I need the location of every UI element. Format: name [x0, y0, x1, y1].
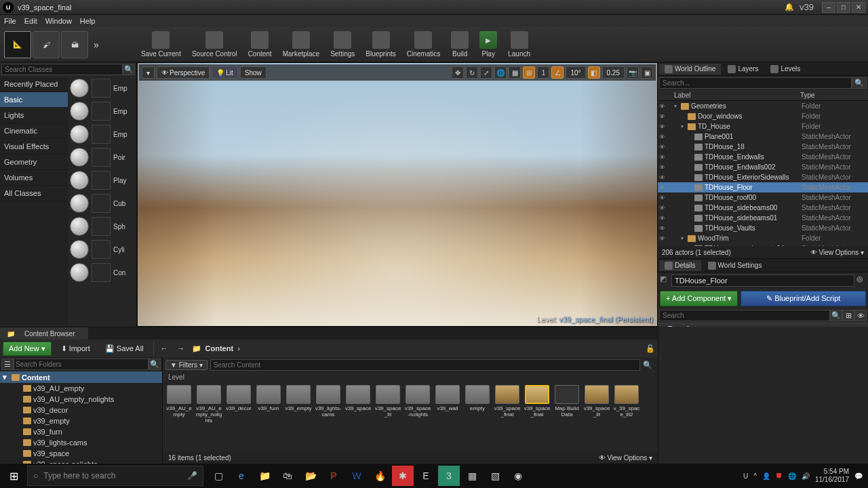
- folder-tree-item[interactable]: v39_empty: [0, 415, 162, 426]
- modes-more-icon[interactable]: »: [90, 39, 103, 50]
- store-icon[interactable]: 🛍: [277, 466, 298, 486]
- outliner-row[interactable]: 👁TDHouse_EndwallsStaticMeshActor: [658, 152, 868, 162]
- filters-button[interactable]: ▼ Filters ▾: [165, 360, 208, 370]
- path-content[interactable]: Content: [205, 344, 234, 352]
- save-all-button[interactable]: 💾 Save All: [100, 342, 149, 355]
- show-button[interactable]: Show: [240, 66, 267, 79]
- modes-search-input[interactable]: [1, 64, 123, 75]
- app-icon[interactable]: ▦: [461, 466, 483, 486]
- edge-icon[interactable]: e: [231, 466, 252, 486]
- cb-view-options[interactable]: 👁 View Options ▾: [599, 454, 652, 462]
- add-component-button[interactable]: + Add Component ▾: [660, 291, 738, 306]
- outliner-row[interactable]: 👁TDHouse_FloorStaticMeshActor: [658, 182, 868, 192]
- word-icon[interactable]: W: [346, 466, 368, 486]
- search-icon[interactable]: 🔍: [149, 359, 161, 370]
- category-all-classes[interactable]: All Classes: [0, 186, 68, 201]
- app-icon[interactable]: 🔥: [369, 466, 391, 486]
- tab-levels[interactable]: Levels: [765, 64, 806, 75]
- outliner-view-options[interactable]: 👁 View Options ▾: [810, 249, 864, 256]
- viewport-menu-button[interactable]: ▾: [142, 66, 155, 79]
- epic-icon[interactable]: E: [415, 466, 437, 486]
- grid-value[interactable]: 1: [537, 66, 549, 79]
- menu-file[interactable]: File: [4, 17, 16, 25]
- tab-world-settings[interactable]: World Settings: [703, 260, 768, 271]
- ue-tray-icon[interactable]: U: [743, 472, 748, 480]
- menu-edit[interactable]: Edit: [24, 17, 37, 25]
- chrome-icon[interactable]: ◉: [507, 466, 529, 486]
- property-matrix-icon[interactable]: ⊞: [842, 310, 854, 321]
- place-item[interactable]: Emp: [68, 123, 136, 146]
- outliner-row[interactable]: 👁▾GeometriesFolder: [658, 101, 868, 111]
- eye-icon[interactable]: 👁: [854, 310, 867, 321]
- add-new-button[interactable]: Add New ▾: [3, 342, 52, 356]
- content-item[interactable]: v39_space: [344, 385, 372, 424]
- place-item[interactable]: Poir: [68, 146, 136, 169]
- outliner-row[interactable]: 👁TDHouse_ExteriorSidewallsStaticMeshActo…: [658, 172, 868, 182]
- folder-tree-item[interactable]: v39_lights-cams: [0, 437, 162, 448]
- folder-search-input[interactable]: [14, 359, 149, 370]
- folder-tree-item[interactable]: ▾Content: [0, 371, 162, 383]
- content-browser-tab[interactable]: 📁 Content Browser: [0, 327, 88, 340]
- folder-tree-item[interactable]: v39_AU_empty_nolights: [0, 394, 162, 405]
- modes-place-tab[interactable]: 📐: [4, 31, 31, 58]
- content-item[interactable]: v39_space_lit: [374, 385, 401, 424]
- tab-world-outline[interactable]: World Outline: [659, 64, 721, 75]
- blueprint-button[interactable]: ✎ Blueprint/Add Script: [741, 291, 866, 306]
- angle-value[interactable]: 10°: [566, 66, 585, 79]
- folder-icon[interactable]: 📂: [300, 466, 321, 486]
- content-item[interactable]: v39_AU_empty_nolights: [195, 385, 222, 424]
- menu-help[interactable]: Help: [80, 17, 96, 25]
- folder-tree-item[interactable]: v39_decor: [0, 405, 162, 415]
- av-icon[interactable]: ⛊: [776, 472, 783, 480]
- notification-icon[interactable]: 🔔: [785, 3, 794, 12]
- launch-button[interactable]: Launch: [502, 28, 536, 61]
- outliner-search-input[interactable]: [659, 77, 852, 89]
- task-view-icon[interactable]: ▢: [208, 466, 229, 486]
- details-search-input[interactable]: [659, 310, 830, 321]
- content-item[interactable]: v39_lights-cams: [315, 385, 342, 424]
- locate-icon[interactable]: ◎: [856, 274, 866, 287]
- folder-icon[interactable]: 📁: [192, 344, 201, 353]
- app-icon[interactable]: ▧: [484, 466, 506, 486]
- taskbar-clock[interactable]: 5:54 PM 11/16/2017: [815, 468, 849, 484]
- category-volumes[interactable]: Volumes: [0, 170, 68, 186]
- content-item[interactable]: v_39_space_lit2: [613, 385, 640, 424]
- folder-tree-item[interactable]: v39_AU_empty: [0, 383, 162, 394]
- people-icon[interactable]: 👤: [762, 472, 770, 480]
- build-button[interactable]: Build: [446, 28, 474, 61]
- search-icon[interactable]: 🔍: [643, 361, 655, 369]
- search-icon[interactable]: 🔍: [852, 77, 867, 89]
- nav-forward-icon[interactable]: →: [175, 344, 188, 352]
- folder-tree-item[interactable]: v39_furn: [0, 426, 162, 437]
- lock-icon[interactable]: 🔓: [646, 344, 655, 353]
- outliner-row[interactable]: 👁TDHouse_roof00StaticMeshActor: [658, 192, 868, 203]
- grid-snap-icon[interactable]: ⊞: [523, 66, 535, 79]
- viewport[interactable]: ▾ 👁 Perspective 💡 Lit Show ✥ ↻ ⤢ 🌐 ▦ ⊞ 1…: [137, 62, 658, 327]
- outliner-row[interactable]: 👁▾WoodTrimFolder: [658, 233, 868, 243]
- outliner-row[interactable]: 👁TDHouse_18StaticMeshActor: [658, 142, 868, 152]
- outliner-row[interactable]: 👁Plane001StaticMeshActor: [658, 131, 868, 142]
- actor-name-field[interactable]: [671, 274, 854, 287]
- mic-icon[interactable]: 🎤: [187, 471, 197, 481]
- place-item[interactable]: Cyli: [68, 238, 136, 261]
- import-button[interactable]: ⬇ Import: [56, 342, 96, 355]
- camera-speed-icon[interactable]: 📷: [627, 66, 639, 79]
- explorer-icon[interactable]: 📁: [254, 466, 275, 486]
- close-button[interactable]: ✕: [852, 2, 865, 13]
- viewport-maximize-icon[interactable]: ▣: [641, 66, 653, 79]
- outliner-row[interactable]: 👁TDHouse_VaultsStaticMeshActor: [658, 223, 868, 233]
- perspective-button[interactable]: 👁 Perspective: [157, 66, 210, 79]
- category-cinematic[interactable]: Cinematic: [0, 123, 68, 139]
- lit-button[interactable]: 💡 Lit: [212, 66, 238, 79]
- outliner-row[interactable]: 👁▾TD_HouseFolder: [658, 121, 868, 131]
- blueprints-button[interactable]: Blueprints: [360, 28, 401, 61]
- content-item[interactable]: Map Build Data: [553, 385, 580, 424]
- content-item[interactable]: v39_empty: [285, 385, 312, 424]
- play-button[interactable]: ▶Play: [474, 28, 502, 61]
- tab-details[interactable]: Details: [659, 260, 701, 271]
- maximize-button[interactable]: □: [837, 2, 850, 13]
- source-control-button[interactable]: Source Control: [186, 28, 243, 61]
- tray-up-icon[interactable]: ^: [753, 472, 757, 480]
- outliner-row[interactable]: 👁TDHouse_Endwalls002StaticMeshActor: [658, 162, 868, 172]
- place-item[interactable]: Play: [68, 169, 136, 192]
